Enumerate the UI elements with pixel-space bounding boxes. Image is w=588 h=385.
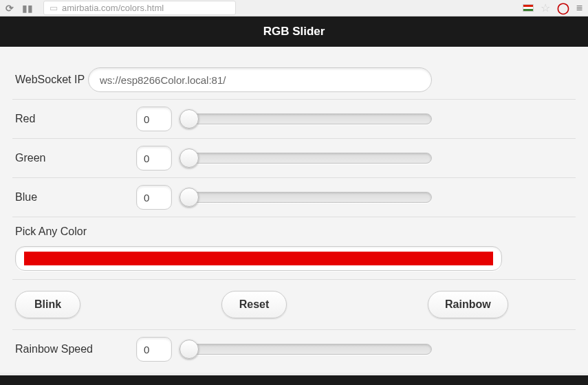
- buttons-row: Blink Reset Rainbow: [12, 280, 576, 330]
- rainbow-speed-row: Rainbow Speed: [12, 330, 576, 368]
- reset-button[interactable]: Reset: [221, 291, 287, 318]
- reload-icon[interactable]: ⟳: [6, 3, 14, 14]
- websocket-label: WebSocket IP: [12, 74, 88, 86]
- color-picker-label: Pick Any Color: [12, 226, 576, 238]
- color-bar[interactable]: [24, 252, 493, 265]
- abp-icon[interactable]: ◯: [557, 1, 569, 14]
- rainbow-speed-label: Rainbow Speed: [12, 343, 136, 355]
- url-bar[interactable]: ▭ amirbatia.com/colors.html: [43, 1, 236, 15]
- app-header: RGB Slider: [0, 16, 588, 47]
- rainbow-speed-slider-thumb[interactable]: [179, 340, 199, 359]
- star-icon[interactable]: ☆: [541, 1, 550, 14]
- pause-icon[interactable]: ▮▮: [22, 3, 33, 14]
- app-title: RGB Slider: [263, 25, 325, 38]
- menu-icon[interactable]: ≡: [576, 2, 582, 14]
- chrome-nav-icons: ⟳ ▮▮: [6, 3, 33, 14]
- color-bar-container[interactable]: [15, 246, 502, 271]
- red-slider[interactable]: [184, 113, 432, 124]
- green-value-input[interactable]: [136, 146, 172, 170]
- blue-label: Blue: [12, 191, 136, 204]
- blue-slider-thumb[interactable]: [179, 188, 199, 207]
- flag-icon[interactable]: [523, 4, 534, 12]
- color-picker-row: Pick Any Color: [12, 217, 576, 280]
- red-slider-thumb[interactable]: [179, 109, 199, 129]
- chrome-right-icons: ☆ ◯ ≡: [523, 1, 582, 14]
- url-text: amirbatia.com/colors.html: [62, 3, 164, 13]
- websocket-row: WebSocket IP: [12, 60, 576, 100]
- rainbow-speed-input[interactable]: [136, 337, 172, 362]
- rainbow-speed-slider[interactable]: [184, 344, 432, 355]
- blue-slider[interactable]: [184, 192, 432, 203]
- blink-button[interactable]: Blink: [15, 291, 80, 318]
- main-content: WebSocket IP Red Green Blue: [0, 47, 588, 373]
- green-slider-thumb[interactable]: [179, 148, 199, 168]
- page-icon: ▭: [50, 3, 58, 13]
- red-value-input[interactable]: [136, 107, 172, 131]
- websocket-input[interactable]: [88, 67, 432, 92]
- rainbow-button[interactable]: Rainbow: [428, 291, 508, 318]
- browser-chrome: ⟳ ▮▮ ▭ amirbatia.com/colors.html ☆ ◯ ≡: [0, 0, 588, 16]
- blue-value-input[interactable]: [136, 185, 172, 210]
- green-label: Green: [12, 152, 136, 164]
- red-row: Red: [12, 100, 576, 139]
- red-label: Red: [12, 113, 136, 125]
- green-row: Green: [12, 139, 576, 178]
- green-slider[interactable]: [184, 153, 432, 164]
- blue-row: Blue: [12, 178, 576, 217]
- app-footer: Made by Amir Avni Using RIB: 01.org: [0, 375, 588, 385]
